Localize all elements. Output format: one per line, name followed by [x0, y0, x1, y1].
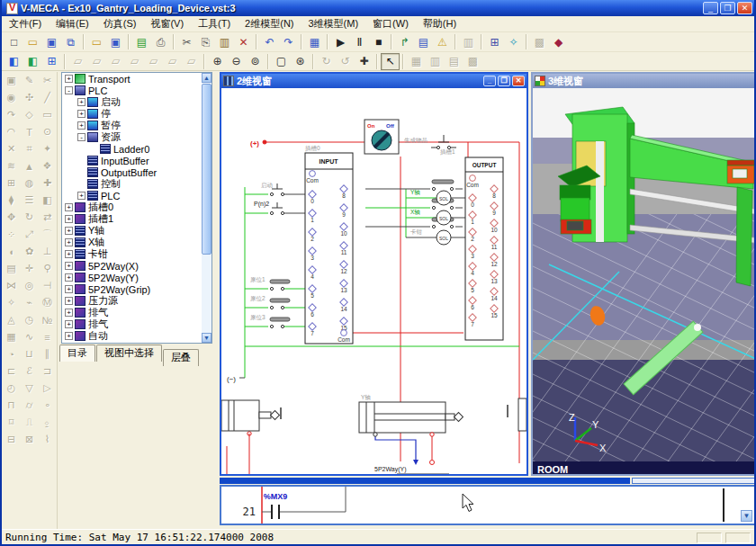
cut-button[interactable]: ✂ — [177, 33, 196, 50]
expand-icon[interactable]: + — [77, 110, 86, 118]
2d-maximize-button[interactable]: ❐ — [498, 76, 510, 86]
expand-icon[interactable]: + — [77, 121, 86, 130]
menu-item-0[interactable]: 文件(F) — [2, 16, 49, 31]
tree-item-资源[interactable]: -资源 — [62, 131, 212, 143]
pointer-button[interactable]: ↖ — [381, 53, 400, 70]
menu-item-6[interactable]: 3维模型(M) — [302, 16, 366, 31]
scrollbar-thumb[interactable] — [202, 84, 212, 255]
tree-item-Y轴[interactable]: +Y轴 — [62, 225, 212, 237]
tree-item-卡钳[interactable]: +卡钳 — [62, 248, 212, 260]
delete-button[interactable]: ✕ — [234, 33, 253, 50]
tree-item-启动[interactable]: +启动 — [62, 96, 212, 108]
2d-close-button[interactable]: ✕ — [512, 76, 525, 86]
3d-canvas[interactable]: Z Y X ROOM — [533, 88, 756, 474]
terminal-marker[interactable] — [470, 175, 476, 182]
tree-item-Transport[interactable]: +Transport — [62, 73, 212, 85]
terminal-marker[interactable] — [341, 330, 347, 336]
maximize-button[interactable]: ❐ — [720, 2, 735, 14]
scroll-up-icon[interactable]: ▲ — [202, 73, 212, 83]
ladder-panel-titlebar[interactable] — [220, 478, 630, 484]
terminal-marker[interactable] — [310, 171, 316, 177]
pan-button[interactable]: ✚ — [355, 53, 374, 70]
tree-item-排气[interactable]: +排气 — [62, 307, 212, 318]
expand-icon[interactable]: + — [65, 238, 73, 246]
tree-item-5P2Way(X)[interactable]: +5P2Way(X) — [62, 260, 212, 272]
expand-icon[interactable]: + — [77, 192, 86, 200]
report-warning-button[interactable]: ⚠ — [433, 33, 452, 50]
help-book-button[interactable]: ◆ — [549, 33, 568, 50]
open-file-button[interactable]: ▭ — [23, 33, 42, 50]
layout-split-button[interactable]: ◧ — [23, 53, 42, 70]
menu-item-5[interactable]: 2维模型(N) — [238, 16, 301, 31]
data-table-button[interactable]: ⊞ — [485, 33, 504, 50]
paste-button[interactable]: ▥ — [215, 33, 234, 50]
project-tree[interactable]: +Transport-PLC+启动+停+暂停-资源Ladder0InputBuf… — [61, 72, 212, 344]
2d-window-titlebar[interactable]: 2维视窗 _ ❐ ✕ — [221, 74, 526, 88]
trace-button[interactable]: ↱ — [395, 33, 414, 50]
expand-icon[interactable]: + — [65, 215, 73, 223]
scroll-down-icon[interactable]: ▼ — [202, 333, 212, 343]
tree-item-OutputBuffer[interactable]: OutputBuffer — [62, 166, 212, 178]
tree-item-X轴[interactable]: +X轴 — [62, 237, 212, 248]
tree-item-Ladder0[interactable]: Ladder0 — [62, 143, 212, 155]
tree-item-控制[interactable]: 控制 — [62, 178, 212, 190]
expand-icon[interactable]: + — [65, 285, 73, 293]
layout-2d-button[interactable]: ◧ — [4, 53, 23, 70]
zoom-dynamic-button[interactable]: ⊛ — [291, 53, 310, 70]
lamp-button[interactable]: ✧ — [504, 33, 523, 50]
close-button[interactable]: ✕ — [737, 2, 752, 14]
report-button[interactable]: ▤ — [414, 33, 433, 50]
tree-item-排气[interactable]: +排气 — [62, 318, 212, 330]
expand-icon[interactable]: + — [65, 332, 73, 340]
pause-button[interactable]: Ⅱ — [350, 33, 369, 50]
expand-icon[interactable]: + — [65, 250, 73, 258]
zoom-window-button[interactable]: ▢ — [272, 53, 291, 70]
tree-item-PLC[interactable]: +PLC — [62, 190, 212, 201]
tree-scrollbar[interactable]: ▲ ▼ — [202, 73, 212, 343]
menu-item-4[interactable]: 工具(T) — [191, 16, 238, 31]
expand-icon[interactable]: + — [65, 227, 73, 235]
expand-icon[interactable]: + — [65, 309, 73, 317]
menu-item-2[interactable]: 仿真(S) — [96, 16, 144, 31]
zoom-in-button[interactable]: ⊕ — [208, 53, 227, 70]
copy-button[interactable]: ⎘ — [196, 33, 215, 50]
expand-icon[interactable]: + — [65, 273, 73, 282]
tree-tab-0[interactable]: 目录 — [59, 345, 95, 362]
tree-item-压力源[interactable]: +压力源 — [62, 295, 212, 307]
plc-editor-button[interactable]: ▦ — [305, 33, 324, 50]
tree-item-插槽0[interactable]: +插槽0 — [62, 201, 212, 213]
menu-item-3[interactable]: 视窗(V) — [143, 16, 191, 31]
expand-icon[interactable]: + — [65, 320, 73, 328]
expand-icon[interactable]: + — [65, 297, 73, 305]
zoom-out-button[interactable]: ⊖ — [227, 53, 246, 70]
expand-icon[interactable]: + — [65, 262, 73, 270]
run-button[interactable]: ▶ — [331, 33, 350, 50]
2d-minimize-button[interactable]: _ — [483, 76, 496, 86]
ladder-canvas[interactable]: 21 %MX9 ▼ — [220, 485, 756, 525]
tree-item-5P2Way(Grip)[interactable]: +5P2Way(Grip) — [62, 283, 212, 295]
tree-item-5P2Way(Y)[interactable]: +5P2Way(Y) — [62, 272, 212, 283]
expand-icon[interactable]: + — [65, 203, 73, 211]
tree-item-PLC[interactable]: -PLC — [62, 85, 212, 96]
layout-3d-button[interactable]: ⊞ — [42, 53, 61, 70]
zoom-page-button[interactable]: ⊚ — [246, 53, 265, 70]
3d-window-titlebar[interactable]: 3维视窗 — [533, 74, 756, 88]
2d-canvas[interactable]: 插槽0 INPUT 插槽1 OUTPUT (+) (−) On Off 生成物品… — [221, 88, 526, 474]
stop-button[interactable]: ■ — [369, 33, 388, 50]
minimize-button[interactable]: _ — [703, 2, 718, 14]
menu-item-1[interactable]: 编辑(E) — [49, 16, 96, 31]
expand-icon[interactable]: + — [65, 75, 73, 83]
export-button[interactable]: ▤ — [132, 33, 151, 50]
open-project-button[interactable]: ▭ — [87, 33, 106, 50]
save-all-button[interactable]: ⧉ — [61, 33, 80, 50]
menu-item-7[interactable]: 窗口(W) — [365, 16, 416, 31]
ladder-scroll-down-icon[interactable]: ▼ — [741, 510, 752, 522]
tree-tab-2[interactable]: 层叠 — [163, 349, 199, 366]
tree-item-暂停[interactable]: +暂停 — [62, 120, 212, 131]
tree-item-插槽1[interactable]: +插槽1 — [62, 213, 212, 225]
tree-item-停[interactable]: +停 — [62, 108, 212, 120]
tree-item-InputBuffer[interactable]: InputBuffer — [62, 155, 212, 166]
collapse-icon[interactable]: - — [65, 86, 73, 94]
collapse-icon[interactable]: - — [77, 133, 86, 141]
menu-item-8[interactable]: 帮助(H) — [416, 16, 464, 31]
